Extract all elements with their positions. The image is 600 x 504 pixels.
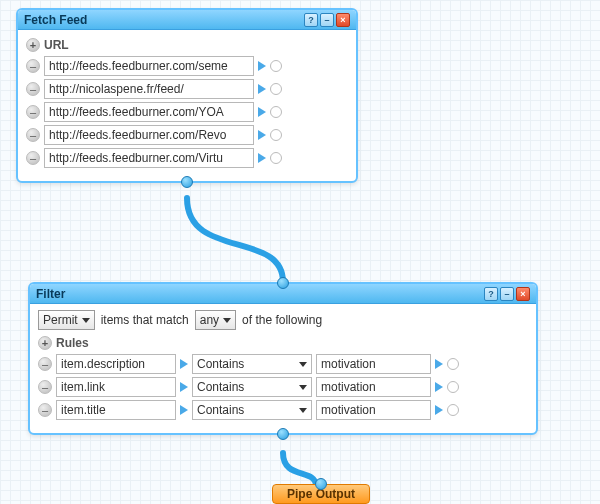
url-row: – http://feeds.feedburner.com/YOA <box>26 102 348 122</box>
rule-row: – item.description Contains motivation <box>38 354 528 374</box>
filter-module[interactable]: Filter ? – × Permit items that match any… <box>28 282 538 435</box>
remove-rule-button[interactable]: – <box>38 403 52 417</box>
arrow-right-icon <box>258 153 266 163</box>
rule-value-input[interactable]: motivation <box>316 400 431 420</box>
rule-operator-select[interactable]: Contains <box>192 354 312 374</box>
chevron-down-icon <box>299 385 307 390</box>
url-row: – http://feeds.feedburner.com/Virtu <box>26 148 348 168</box>
match-any-all-select[interactable]: any <box>195 310 236 330</box>
remove-rule-button[interactable]: – <box>38 380 52 394</box>
close-button[interactable]: × <box>516 287 530 301</box>
url-input[interactable]: http://feeds.feedburner.com/seme <box>44 56 254 76</box>
url-row: – http://feeds.feedburner.com/seme <box>26 56 348 76</box>
rule-field-input[interactable]: item.link <box>56 377 176 397</box>
fetch-feed-module[interactable]: Fetch Feed ? – × + URL – http://feeds.fe… <box>16 8 358 183</box>
rules-section-label: Rules <box>56 336 89 350</box>
pipe-output-node[interactable]: Pipe Output <box>272 484 370 504</box>
arrow-right-icon <box>180 382 188 392</box>
url-input[interactable]: http://nicolaspene.fr/feed/ <box>44 79 254 99</box>
url-section-label: URL <box>44 38 69 52</box>
module-titlebar[interactable]: Fetch Feed ? – × <box>18 10 356 30</box>
topline-text: items that match <box>101 313 189 327</box>
arrow-right-icon <box>435 405 443 415</box>
rule-value-input[interactable]: motivation <box>316 354 431 374</box>
arrow-right-icon <box>258 84 266 94</box>
rule-operator-select[interactable]: Contains <box>192 377 312 397</box>
input-port[interactable] <box>447 358 459 370</box>
input-port[interactable] <box>270 106 282 118</box>
module-title: Fetch Feed <box>24 13 304 27</box>
chevron-down-icon <box>299 408 307 413</box>
help-button[interactable]: ? <box>484 287 498 301</box>
remove-url-button[interactable]: – <box>26 59 40 73</box>
chevron-down-icon <box>299 362 307 367</box>
input-port[interactable] <box>270 152 282 164</box>
arrow-right-icon <box>258 61 266 71</box>
rule-row: – item.title Contains motivation <box>38 400 528 420</box>
input-port[interactable] <box>447 381 459 393</box>
arrow-right-icon <box>180 405 188 415</box>
url-input[interactable]: http://feeds.feedburner.com/YOA <box>44 102 254 122</box>
add-rule-button[interactable]: + <box>38 336 52 350</box>
add-url-button[interactable]: + <box>26 38 40 52</box>
input-port[interactable] <box>270 83 282 95</box>
arrow-right-icon <box>180 359 188 369</box>
arrow-right-icon <box>435 359 443 369</box>
remove-url-button[interactable]: – <box>26 82 40 96</box>
close-button[interactable]: × <box>336 13 350 27</box>
url-row: – http://nicolaspene.fr/feed/ <box>26 79 348 99</box>
remove-url-button[interactable]: – <box>26 151 40 165</box>
rule-field-input[interactable]: item.title <box>56 400 176 420</box>
chevron-down-icon <box>223 318 231 323</box>
module-output-port[interactable] <box>181 176 193 188</box>
input-port[interactable] <box>270 129 282 141</box>
topline-text: of the following <box>242 313 322 327</box>
minimize-button[interactable]: – <box>320 13 334 27</box>
arrow-right-icon <box>258 130 266 140</box>
chevron-down-icon <box>82 318 90 323</box>
rule-field-input[interactable]: item.description <box>56 354 176 374</box>
remove-rule-button[interactable]: – <box>38 357 52 371</box>
module-output-port[interactable] <box>277 428 289 440</box>
module-title: Filter <box>36 287 484 301</box>
rule-row: – item.link Contains motivation <box>38 377 528 397</box>
help-button[interactable]: ? <box>304 13 318 27</box>
arrow-right-icon <box>258 107 266 117</box>
permit-block-select[interactable]: Permit <box>38 310 95 330</box>
arrow-right-icon <box>435 382 443 392</box>
input-port[interactable] <box>447 404 459 416</box>
module-input-port[interactable] <box>277 277 289 289</box>
rule-operator-select[interactable]: Contains <box>192 400 312 420</box>
input-port[interactable] <box>270 60 282 72</box>
url-input[interactable]: http://feeds.feedburner.com/Virtu <box>44 148 254 168</box>
minimize-button[interactable]: – <box>500 287 514 301</box>
url-input[interactable]: http://feeds.feedburner.com/Revo <box>44 125 254 145</box>
rule-value-input[interactable]: motivation <box>316 377 431 397</box>
remove-url-button[interactable]: – <box>26 128 40 142</box>
url-row: – http://feeds.feedburner.com/Revo <box>26 125 348 145</box>
remove-url-button[interactable]: – <box>26 105 40 119</box>
module-input-port[interactable] <box>315 478 327 490</box>
